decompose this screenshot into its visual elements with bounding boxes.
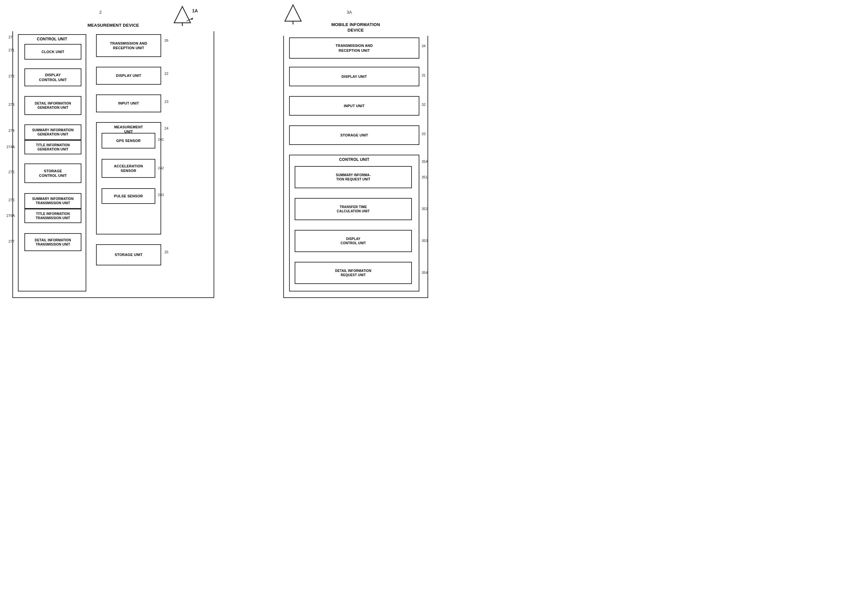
pulse-sensor-box: PULSE SENSOR — [102, 188, 155, 204]
control-unit-number: 27 — [8, 35, 12, 39]
transfer-calc-box: TRANSFER TIMECALCULATION UNIT — [294, 198, 412, 220]
summary-info-tx-number: 276 — [8, 198, 14, 202]
device-1a-label: 1A — [192, 8, 198, 13]
detail-req-box: DETAIL INFORMATIONREQUEST UNIT — [294, 262, 412, 284]
detail-info-gen-box: DETAIL INFORMATIONGENERATION UNIT — [25, 96, 81, 115]
title-info-gen-box: TITLE INFORMATIONGENERATION UNIT — [25, 140, 81, 154]
mobile-control-unit-label: CONTROL UNIT — [339, 157, 369, 163]
mobile-input-number: 32 — [422, 102, 426, 107]
detail-info-gen-number: 273 — [8, 102, 14, 107]
mobile-display-ctrl-box: DISPLAYCONTROL UNIT — [294, 230, 412, 252]
storage-unit-left-number: 25 — [164, 250, 168, 254]
measurement-unit-number: 24 — [164, 126, 168, 130]
clock-unit-box: CLOCK UNIT — [25, 44, 81, 60]
title-info-tx-number: 276A — [6, 214, 15, 217]
arrow-1a — [185, 16, 195, 24]
gps-number: 241 — [158, 137, 164, 141]
mobile-tx-rx-box: TRANSMISSION ANDRECEPTION UNIT — [289, 37, 419, 59]
display-ctrl-number: 272 — [8, 74, 14, 78]
title-info-gen-number: 274A — [6, 145, 15, 149]
svg-marker-4 — [285, 5, 301, 21]
storage-unit-left-box: STORAGE UNIT — [96, 244, 161, 265]
mobile-storage-number: 33 — [422, 132, 426, 136]
mobile-storage-box: STORAGE UNIT — [289, 126, 419, 145]
transfer-calc-number: 352 — [422, 207, 428, 211]
summary-req-number: 351 — [422, 175, 428, 179]
device3a-number: 3A — [347, 10, 352, 15]
detail-req-number: 354 — [422, 271, 428, 275]
accel-number: 242 — [158, 166, 164, 170]
summary-info-gen-number: 274 — [8, 129, 14, 133]
display-unit-number: 22 — [164, 71, 168, 76]
device2-number: 2 — [99, 10, 102, 15]
mobile-control-number: 35A — [422, 160, 428, 163]
title-info-tx-box: TITLE INFORMATIONTRANSMISSION UNIT — [25, 209, 81, 223]
detail-info-tx-number: 277 — [8, 239, 14, 243]
mobile-tx-rx-number: 34 — [422, 44, 426, 48]
mobile-input-box: INPUT UNIT — [289, 96, 419, 116]
summary-req-box: SUMMARY INFORMA-TION REQUEST UNIT — [294, 166, 412, 188]
mobile-display-ctrl-number: 353 — [422, 239, 428, 243]
storage-ctrl-number: 275 — [8, 170, 14, 174]
mobile-display-box: DISPLAY UNIT — [289, 67, 419, 86]
pulse-number: 243 — [158, 193, 164, 197]
input-unit-number: 23 — [164, 100, 168, 104]
summary-info-tx-box: SUMMARY INFORMATIONTRANSMISSION UNIT — [25, 193, 81, 209]
display-ctrl-unit-box: DISPLAYCONTROL UNIT — [25, 68, 81, 86]
accel-sensor-box: ACCELERATIONSENSOR — [102, 159, 155, 178]
mobile-device-title: MOBILE INFORMATIONDEVICE — [283, 20, 428, 36]
clock-unit-number: 271 — [8, 48, 14, 52]
input-unit-box: INPUT UNIT — [96, 95, 161, 112]
summary-info-gen-box: SUMMARY INFORMATIONGENERATION UNIT — [25, 124, 81, 140]
tx-rx-unit-box: TRANSMISSION ANDRECEPTION UNIT — [96, 34, 161, 57]
detail-info-tx-box: DETAIL INFORMATIONTRANSMISSION UNIT — [25, 233, 81, 251]
tx-rx-number: 26 — [164, 39, 168, 42]
control-unit-label: CONTROL UNIT — [37, 37, 67, 42]
antenna-right — [283, 3, 303, 25]
storage-ctrl-box: STORAGECONTROL UNIT — [25, 163, 81, 183]
mobile-display-number: 31 — [422, 73, 426, 77]
gps-sensor-box: GPS SENSOR — [102, 133, 155, 149]
display-unit-box: DISPLAY UNIT — [96, 67, 161, 85]
diagram: MEASUREMENT DEVICE 2 CONTROL UNIT 27 CLO… — [0, 0, 434, 304]
